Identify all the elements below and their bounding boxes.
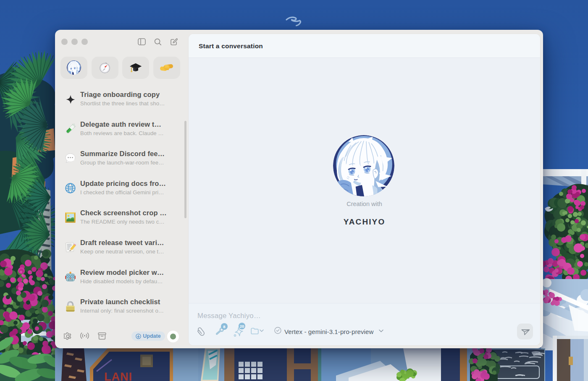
svg-text:LANI: LANI [104,371,132,381]
